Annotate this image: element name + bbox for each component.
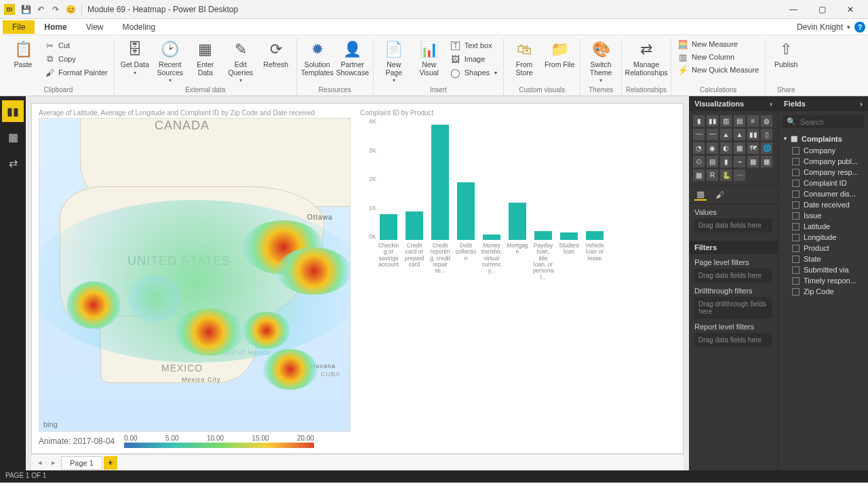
viz-type-button[interactable]: 🌐 bbox=[761, 142, 772, 154]
viz-type-button[interactable]: ▲ bbox=[734, 129, 745, 140]
viz-type-button[interactable]: ▮ bbox=[720, 156, 732, 167]
viz-type-button[interactable]: ▥ bbox=[720, 115, 732, 127]
viz-type-button[interactable]: ⏲ bbox=[693, 156, 705, 167]
chart-bar[interactable] bbox=[455, 182, 477, 240]
viz-type-button[interactable]: ▦ bbox=[747, 156, 759, 167]
field-checkbox[interactable] bbox=[792, 223, 800, 230]
field-item[interactable]: Submitted via bbox=[778, 264, 868, 275]
close-button[interactable]: ✕ bbox=[837, 0, 864, 19]
values-drop-zone[interactable]: Drag data fields here bbox=[694, 218, 772, 232]
chart-area[interactable]: 4K3K2K1K0K bbox=[360, 118, 676, 240]
chart-bar[interactable] bbox=[507, 203, 528, 240]
viz-type-button[interactable]: 🐍 bbox=[720, 169, 732, 181]
viz-type-button[interactable]: ▤ bbox=[707, 156, 718, 167]
home-tab[interactable]: Home bbox=[35, 20, 76, 34]
viz-type-button[interactable]: ▦ bbox=[693, 169, 705, 181]
viz-type-button[interactable]: ≡ bbox=[747, 115, 759, 127]
view-tab[interactable]: View bbox=[77, 20, 113, 34]
field-item[interactable]: Consumer dis... bbox=[778, 188, 868, 199]
page-filters-drop-zone[interactable]: Drag data fields here bbox=[694, 268, 772, 283]
field-checkbox[interactable] bbox=[792, 180, 800, 187]
table-header[interactable]: ▾▦Complaints bbox=[778, 132, 868, 145]
viz-type-button[interactable]: ▲ bbox=[720, 129, 732, 140]
smiley-icon[interactable]: 😊 bbox=[65, 4, 76, 15]
page-prev-button[interactable]: ◂ bbox=[34, 457, 46, 469]
minimize-button[interactable]: — bbox=[780, 0, 807, 19]
field-item[interactable]: Company resp... bbox=[778, 167, 868, 178]
partner-showcase-button[interactable]: 👤Partner Showcase bbox=[336, 38, 369, 77]
data-view-button[interactable]: ▦ bbox=[2, 126, 24, 148]
fields-well-tab[interactable]: ▦ bbox=[694, 188, 707, 201]
recent-sources-button[interactable]: 🕑Recent Sources▾ bbox=[154, 38, 186, 83]
field-checkbox[interactable] bbox=[792, 201, 800, 209]
publish-button[interactable]: ⇧Publish bbox=[770, 38, 802, 69]
viz-type-button[interactable]: ◉ bbox=[707, 142, 718, 154]
chart-bar[interactable] bbox=[378, 214, 399, 240]
field-checkbox[interactable] bbox=[792, 212, 800, 220]
file-tab[interactable]: File bbox=[3, 20, 35, 34]
modeling-tab[interactable]: Modeling bbox=[113, 20, 165, 34]
report-canvas[interactable]: Average of Latitude, Average of Longitud… bbox=[31, 103, 684, 454]
report-view-button[interactable]: ▮▮ bbox=[2, 100, 24, 122]
field-checkbox[interactable] bbox=[792, 277, 800, 285]
viz-type-button[interactable]: ▮ bbox=[693, 115, 705, 127]
field-item[interactable]: State bbox=[778, 253, 868, 264]
copy-button[interactable]: ⧉Copy bbox=[42, 53, 110, 65]
viz-type-button[interactable]: ⌁ bbox=[734, 156, 745, 167]
viz-type-button[interactable]: 🗺 bbox=[747, 142, 759, 154]
help-icon[interactable]: ? bbox=[854, 22, 865, 33]
maximize-button[interactable]: ▢ bbox=[808, 0, 835, 19]
viz-type-button[interactable]: ◔ bbox=[693, 142, 705, 154]
field-checkbox[interactable] bbox=[792, 266, 800, 274]
switch-theme-button[interactable]: 🎨Switch Theme▾ bbox=[585, 38, 617, 83]
new-visual-button[interactable]: 📊New Visual bbox=[413, 38, 446, 77]
viz-type-button[interactable]: ◍ bbox=[761, 115, 772, 127]
new-quick-measure-button[interactable]: ⚡New Quick Measure bbox=[675, 64, 761, 76]
viz-type-button[interactable]: ▯ bbox=[761, 129, 772, 140]
redo-icon[interactable]: ↷ bbox=[50, 4, 61, 15]
fields-search[interactable]: 🔍 bbox=[783, 115, 864, 128]
chevron-right-icon[interactable]: › bbox=[770, 100, 772, 108]
field-checkbox[interactable] bbox=[792, 245, 800, 252]
viz-type-button[interactable]: ▮▮ bbox=[747, 129, 759, 140]
viz-type-button[interactable]: ▦ bbox=[761, 156, 772, 167]
manage-relationships-button[interactable]: ⇄Manage Relationships bbox=[630, 38, 663, 77]
field-item[interactable]: Longitude bbox=[778, 232, 868, 243]
refresh-button[interactable]: ⟳Refresh bbox=[260, 38, 292, 69]
viz-type-button[interactable]: ◐ bbox=[720, 142, 732, 154]
field-checkbox[interactable] bbox=[792, 234, 800, 241]
new-page-button[interactable]: 📄New Page▾ bbox=[378, 38, 410, 83]
chart-bar[interactable] bbox=[481, 235, 502, 241]
enter-data-button[interactable]: ▦Enter Data bbox=[189, 38, 222, 77]
get-data-button[interactable]: 🗄Get Data▾ bbox=[119, 38, 151, 76]
text-box-button[interactable]: 🅃Text box bbox=[448, 39, 499, 52]
viz-type-button[interactable]: ▤ bbox=[734, 115, 745, 127]
viz-type-button[interactable]: ▦ bbox=[734, 142, 745, 154]
report-filters-drop-zone[interactable]: Drag data fields here bbox=[694, 333, 772, 347]
solution-templates-button[interactable]: ✹Solution Templates bbox=[301, 38, 334, 77]
field-checkbox[interactable] bbox=[792, 147, 800, 155]
field-checkbox[interactable] bbox=[792, 256, 800, 263]
from-store-button[interactable]: 🛍From Store bbox=[508, 38, 540, 77]
field-item[interactable]: Date received bbox=[778, 199, 868, 210]
field-item[interactable]: Latitude bbox=[778, 221, 868, 232]
field-item[interactable]: Timely respon... bbox=[778, 275, 868, 286]
field-item[interactable]: Complaint ID bbox=[778, 178, 868, 188]
viz-type-button[interactable]: ⋯ bbox=[734, 169, 745, 181]
page-next-button[interactable]: ▸ bbox=[47, 457, 60, 469]
cut-button[interactable]: ✂Cut bbox=[42, 39, 110, 52]
new-column-button[interactable]: ▥New Column bbox=[675, 51, 736, 63]
chart-bar[interactable] bbox=[584, 231, 606, 240]
field-checkbox[interactable] bbox=[792, 190, 800, 198]
add-page-button[interactable]: + bbox=[104, 456, 117, 470]
chart-bar[interactable] bbox=[403, 211, 425, 241]
field-item[interactable]: Company publ... bbox=[778, 156, 868, 167]
field-checkbox[interactable] bbox=[792, 288, 800, 296]
field-item[interactable]: Company bbox=[778, 145, 868, 156]
model-view-button[interactable]: ⇄ bbox=[2, 152, 24, 174]
user-label[interactable]: Devin Knight▾ ? bbox=[797, 22, 868, 33]
field-checkbox[interactable] bbox=[792, 158, 800, 165]
field-item[interactable]: Product bbox=[778, 243, 868, 253]
chart-bar[interactable] bbox=[532, 231, 554, 240]
format-painter-button[interactable]: 🖌Format Painter bbox=[42, 66, 110, 79]
